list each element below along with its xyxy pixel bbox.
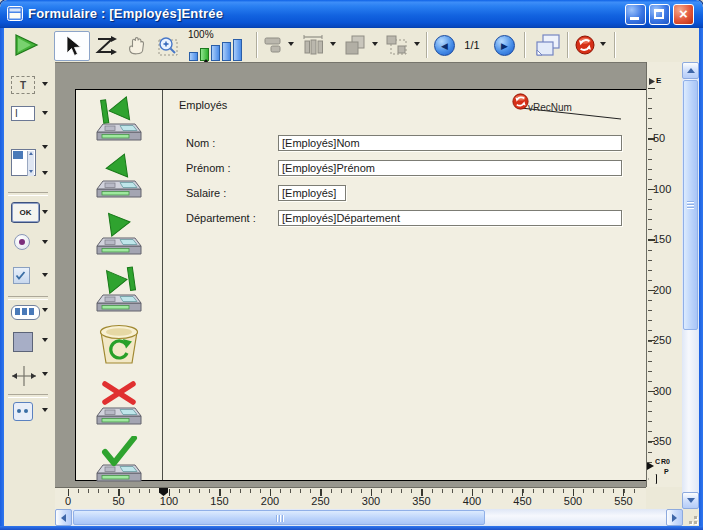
zoom-bar-50[interactable] [189, 52, 198, 61]
plugin-area-tool[interactable] [13, 402, 33, 421]
form-separator-line[interactable] [162, 90, 163, 480]
align-tool-button[interactable] [262, 36, 286, 54]
splitter-tool[interactable] [10, 364, 38, 388]
first-record-button[interactable] [93, 95, 145, 143]
selection-tool-button[interactable] [54, 31, 90, 61]
marker-header[interactable]: E [656, 76, 661, 85]
variable-object[interactable]: vRecNum [528, 102, 572, 113]
pan-tool-button[interactable] [122, 33, 150, 59]
field-label[interactable]: Salaire : [186, 187, 226, 199]
plugin-area-tool-caret[interactable] [42, 408, 48, 412]
header-marker-icon[interactable] [649, 78, 655, 85]
footer-marker-icon[interactable] [648, 474, 657, 484]
input-field-tool-caret[interactable] [42, 111, 48, 115]
back-icon: ◀ [441, 41, 448, 51]
push-button-tool-caret[interactable] [42, 210, 48, 214]
window-title: Formulaire : [Employés]Entrée [28, 6, 223, 21]
cancel-button[interactable] [93, 379, 145, 427]
radio-button-tool-caret[interactable] [42, 240, 48, 244]
vruler-label: 250 [653, 334, 671, 346]
vruler-label: 50 [653, 132, 665, 144]
previous-record-button[interactable] [93, 152, 145, 200]
close-icon: × [679, 5, 688, 22]
last-record-button[interactable] [93, 266, 145, 314]
windows-list-button[interactable] [531, 32, 563, 58]
run-icon [13, 33, 39, 57]
zoom-tool-button[interactable] [152, 33, 182, 59]
resize-grip[interactable] [683, 509, 699, 526]
scroll-left-button[interactable] [55, 509, 72, 526]
marker-break[interactable]: R0 [661, 458, 670, 465]
previous-page-button[interactable]: ◀ [434, 35, 455, 56]
zoom-bars-control[interactable] [189, 39, 245, 61]
splitter-tool-caret[interactable] [42, 372, 48, 376]
field-departement[interactable]: [Employés]Département [278, 210, 622, 226]
form-canvas[interactable]: Employés [55, 62, 646, 488]
scroll-right-button[interactable] [666, 509, 683, 526]
field-label[interactable]: Prénom : [186, 162, 231, 174]
form-title-object[interactable]: Employés [179, 99, 227, 111]
form-page[interactable]: Employés [75, 89, 647, 481]
maximize-icon [654, 9, 664, 19]
hruler-label: 100 [157, 495, 181, 507]
badges-dropdown-caret[interactable] [600, 42, 606, 46]
static-text-tool-caret[interactable] [42, 82, 48, 86]
vertical-scroll-thumb[interactable] [683, 80, 698, 330]
rectangle-tool[interactable] [13, 332, 33, 352]
field-label[interactable]: Nom : [186, 137, 215, 149]
progress-indicator-tool[interactable] [11, 305, 40, 320]
progress-indicator-tool-caret[interactable] [42, 308, 48, 312]
entry-order-tool-button[interactable] [92, 34, 120, 58]
badges-toggle-button[interactable] [574, 34, 596, 56]
hruler-label: 0 [56, 495, 80, 507]
static-text-tool[interactable]: T [11, 76, 35, 94]
list-box-tool[interactable] [11, 149, 36, 176]
zoom-bar-200[interactable] [211, 45, 220, 61]
input-field-tool[interactable]: I [11, 106, 35, 121]
hruler-label: 50 [107, 495, 131, 507]
minimize-button[interactable] [625, 4, 646, 25]
marker-body[interactable]: C [655, 458, 660, 465]
horizontal-scroll-thumb[interactable] [73, 510, 485, 525]
variable-badge-icon[interactable] [512, 93, 529, 110]
checkbox-tool-caret[interactable] [42, 273, 48, 277]
next-record-button[interactable] [93, 209, 145, 257]
radio-button-tool[interactable] [14, 234, 30, 250]
close-button[interactable]: × [673, 4, 694, 25]
layer-dropdown-caret[interactable] [372, 42, 378, 46]
page-indicator: 1/1 [457, 39, 487, 51]
hruler-label: 150 [208, 495, 232, 507]
hruler-label: 300 [359, 495, 383, 507]
next-page-button[interactable]: ▶ [494, 35, 515, 56]
zoom-bar-800[interactable] [233, 39, 242, 61]
app-window: Formulaire : [Employés]Entrée × [0, 0, 703, 530]
push-button-tool[interactable]: OK [11, 202, 40, 223]
field-salaire[interactable]: [Employés] [278, 185, 346, 201]
scroll-down-button[interactable] [682, 492, 699, 509]
zoom-bar-400[interactable] [222, 42, 231, 61]
scroll-up-button[interactable] [682, 62, 699, 79]
rectangle-tool-caret[interactable] [42, 338, 48, 342]
marker-footer[interactable]: P [664, 468, 669, 475]
layer-tool-button[interactable] [342, 34, 368, 56]
align-dropdown-caret[interactable] [288, 42, 294, 46]
field-nom[interactable]: [Employés]Nom [278, 135, 622, 151]
maximize-button[interactable] [649, 4, 670, 25]
hruler-label: 200 [258, 495, 282, 507]
chevron-left-icon [61, 514, 66, 522]
title-bar[interactable]: Formulaire : [Employés]Entrée × [0, 0, 703, 28]
group-dropdown-caret[interactable] [414, 42, 420, 46]
field-label[interactable]: Département : [186, 212, 256, 224]
field-prenom[interactable]: [Employés]Prénom [278, 160, 622, 176]
delete-record-button[interactable] [93, 321, 145, 369]
hruler-label: 350 [410, 495, 434, 507]
combo-box-tool-caret[interactable] [42, 171, 48, 175]
group-tool-button[interactable] [384, 34, 410, 56]
distribute-dropdown-caret[interactable] [330, 42, 336, 46]
distribute-tool-button[interactable] [300, 34, 326, 56]
validate-button[interactable] [93, 436, 145, 484]
execute-form-button[interactable] [10, 32, 42, 58]
list-box-tool-caret[interactable] [42, 145, 48, 149]
distribute-icon [301, 34, 325, 56]
checkbox-tool[interactable] [13, 267, 30, 284]
